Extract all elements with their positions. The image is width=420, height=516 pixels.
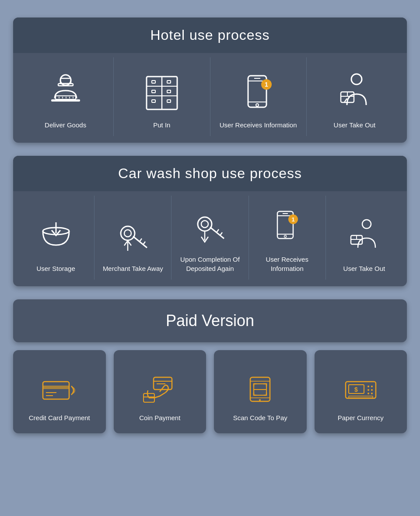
- hotel-item-takeout: User Take Out: [306, 57, 402, 136]
- svg-point-77: [368, 389, 369, 391]
- svg-rect-19: [167, 100, 171, 102]
- carwash-receives-icon: 1: [265, 204, 309, 248]
- paid-item-creditcard: Credit Card Payment: [13, 350, 106, 433]
- hotel-item-receives-label: User Receives Information: [220, 120, 297, 130]
- carwash-item-storage: User Storage: [18, 196, 94, 280]
- paid-item-scan: Scan Code To Pay: [214, 350, 307, 433]
- carwash-header: Car wash shop use process: [13, 156, 407, 191]
- svg-point-75: [368, 386, 369, 387]
- hotel-item-takeout-label: User Take Out: [334, 120, 376, 130]
- paid-item-scan-label: Scan Code To Pay: [233, 413, 287, 422]
- carwash-item-storage-label: User Storage: [36, 264, 75, 273]
- carwash-icon-grid: User Storage Merchant Tak: [13, 191, 407, 286]
- completion-deposit-icon: [188, 204, 232, 248]
- svg-line-44: [220, 232, 222, 235]
- svg-point-23: [256, 104, 259, 106]
- svg-rect-15: [152, 90, 155, 93]
- hotel-header: Hotel use process: [13, 18, 407, 53]
- svg-rect-18: [167, 90, 171, 93]
- svg-point-41: [201, 221, 208, 228]
- svg-point-78: [371, 389, 373, 391]
- svg-rect-14: [152, 81, 155, 83]
- svg-text:1: 1: [292, 216, 295, 223]
- receives-info-icon: 1: [236, 70, 280, 114]
- carwash-item-takeout: User Take Out: [326, 196, 402, 280]
- paid-section: Paid Version Credit Card Payment: [13, 299, 407, 433]
- credit-card-icon: [40, 372, 79, 407]
- hotel-item-putin: Put In: [113, 57, 210, 136]
- svg-point-49: [284, 235, 287, 238]
- carwash-title: Car wash shop use process: [118, 165, 302, 181]
- paid-item-creditcard-label: Credit Card Payment: [29, 413, 90, 422]
- carwash-item-receives-label: User Receives Information: [253, 255, 321, 273]
- svg-point-71: [259, 399, 261, 401]
- hotel-item-putin-label: Put In: [153, 120, 170, 130]
- hotel-icon-grid: Deliver Goods: [13, 53, 407, 143]
- merchant-takeaway-icon: [111, 214, 155, 257]
- svg-rect-17: [167, 81, 171, 83]
- carwash-takeout-icon: [342, 214, 386, 257]
- carwash-item-merchant-label: Merchant Take Away: [103, 264, 163, 273]
- svg-line-38: [143, 242, 145, 245]
- paid-item-coin-label: Coin Payment: [139, 413, 180, 422]
- svg-point-80: [371, 393, 373, 394]
- svg-rect-57: [43, 382, 69, 399]
- deliver-goods-icon: [44, 70, 88, 114]
- carwash-item-completion: Upon Completion Of Deposited Again: [171, 196, 248, 280]
- svg-rect-4: [56, 96, 76, 99]
- paid-grid: Credit Card Payment Coin Payment: [13, 350, 407, 433]
- svg-point-27: [351, 74, 362, 84]
- scan-code-icon: [241, 372, 280, 407]
- svg-line-37: [140, 239, 142, 242]
- paid-title: Paid Version: [166, 312, 254, 330]
- svg-text:1: 1: [265, 81, 268, 88]
- paid-header: Paid Version: [13, 299, 407, 342]
- svg-point-79: [368, 393, 369, 394]
- carwash-item-takeout-label: User Take Out: [343, 264, 385, 273]
- svg-rect-16: [152, 100, 155, 102]
- paid-item-paper: $ Paper Currency: [315, 350, 407, 433]
- hotel-section: Hotel use process: [13, 18, 407, 143]
- paper-currency-icon: $: [341, 372, 380, 407]
- put-in-icon: [140, 70, 184, 114]
- user-takeout-icon: [332, 70, 376, 114]
- carwash-item-merchant: Merchant Take Away: [94, 196, 171, 280]
- hotel-title: Hotel use process: [150, 27, 270, 43]
- svg-rect-81: [349, 396, 373, 398]
- svg-point-76: [371, 386, 373, 387]
- carwash-item-completion-label: Upon Completion Of Deposited Again: [176, 255, 244, 273]
- svg-rect-2: [60, 78, 71, 84]
- svg-point-53: [362, 220, 371, 228]
- paid-item-paper-label: Paper Currency: [338, 413, 384, 422]
- paid-item-coin: Coin Payment: [114, 350, 206, 433]
- svg-point-40: [198, 217, 212, 231]
- hotel-item-deliver-label: Deliver Goods: [45, 120, 86, 130]
- svg-point-35: [124, 230, 131, 237]
- hotel-item-receives: 1 User Receives Information: [210, 57, 306, 136]
- svg-text:$: $: [354, 386, 358, 393]
- svg-rect-58: [43, 386, 69, 389]
- hotel-item-deliver: Deliver Goods: [18, 57, 113, 136]
- carwash-section: Car wash shop use process User Storage: [13, 156, 407, 286]
- user-storage-icon: [34, 214, 78, 257]
- carwash-item-receives: 1 User Receives Information: [248, 196, 326, 280]
- svg-line-43: [217, 229, 219, 232]
- coin-payment-icon: [140, 372, 179, 407]
- svg-point-34: [121, 226, 135, 240]
